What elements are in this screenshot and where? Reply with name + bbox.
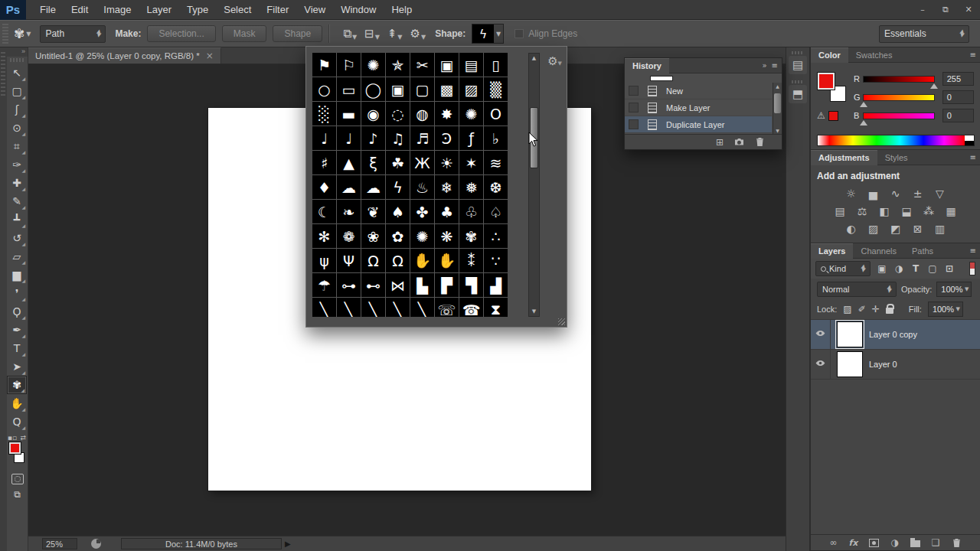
lock-position-icon[interactable]: ✛	[872, 304, 880, 315]
shape-half-note[interactable]: ♩	[312, 126, 336, 150]
shape-pennant-flag[interactable]: ⚑	[312, 53, 336, 77]
shape-telephone-outline[interactable]: ☏	[435, 298, 459, 317]
shape-snowflake-2[interactable]: ❅	[459, 175, 483, 199]
gradient-tool[interactable]: ▆◢	[7, 266, 27, 284]
layer-filter-select[interactable]: Kind ▲▼	[815, 261, 871, 276]
shape-daisy[interactable]: ❋	[435, 224, 459, 248]
menu-item-select[interactable]: Select	[216, 4, 259, 15]
shape-open-hand-1[interactable]: ✋	[410, 249, 434, 272]
path-operations-button[interactable]: ⧉▼	[343, 27, 357, 41]
channel-slider[interactable]	[863, 76, 934, 83]
shape-bass-clef[interactable]: Ͽ	[435, 126, 459, 150]
status-options-arrow[interactable]: ▶	[285, 540, 291, 548]
shape-puzzle-piece-4[interactable]: ▟	[484, 273, 508, 297]
shape-pencil-line-1[interactable]: ╲	[312, 298, 336, 317]
shape-maple-leaf-2[interactable]: ♣	[435, 200, 459, 223]
shape-rectangle-frame[interactable]: ▭	[337, 77, 361, 101]
shape-ivy-leaf[interactable]: ✤	[410, 200, 434, 223]
tab-history[interactable]: History	[625, 58, 669, 73]
tab-adjustments[interactable]: Adjustments	[811, 150, 877, 165]
shape-picker-scrollbar[interactable]: ▲ ▼	[528, 53, 540, 317]
shape-fern[interactable]: ξ	[361, 151, 385, 174]
path-alignment-button[interactable]: ⊟▼	[364, 27, 380, 41]
scroll-down-arrow-icon[interactable]: ▼	[773, 128, 782, 133]
color-lookup-icon[interactable]: ▦	[943, 204, 959, 218]
shape-scissors[interactable]: ✂	[410, 53, 434, 77]
shape-grunge-ring-2[interactable]: ◍	[410, 102, 434, 126]
shape-waving-flag[interactable]: ⚐	[337, 53, 361, 77]
shape-texture-strip[interactable]: ░	[312, 102, 336, 126]
shape-butterfly[interactable]: Ж	[410, 151, 434, 174]
shape-filmstrip[interactable]: ▤	[459, 53, 483, 77]
shape-five-petal-flower[interactable]: ✿	[386, 224, 410, 248]
black-chip[interactable]	[965, 141, 974, 146]
align-edges-checkbox[interactable]	[514, 29, 524, 38]
menu-item-file[interactable]: File	[32, 4, 64, 15]
rectangular-marquee-tool[interactable]: ▢◢	[7, 82, 27, 100]
shape-sharp[interactable]: ♯	[312, 151, 336, 174]
layer-row[interactable]: Layer 0	[811, 350, 980, 380]
type-tool[interactable]: T◢	[7, 339, 27, 357]
shape-puzzle-piece-1[interactable]: ▙	[410, 273, 434, 297]
default-colors-icon[interactable]: ▪▫	[8, 434, 17, 442]
shape-four-leaf-clover[interactable]: ☘	[386, 151, 410, 174]
shape-sixteenth-note[interactable]: ♬	[410, 126, 434, 150]
shape-pencil-line-3[interactable]: ╲	[361, 298, 385, 317]
shape-waves[interactable]: ≋	[484, 151, 508, 174]
shape-oak-leaf[interactable]: ♧	[459, 200, 483, 223]
quick-selection-tool[interactable]: ⊙◢	[7, 119, 27, 137]
shape-ribbon-award[interactable]: ✯	[386, 53, 410, 77]
menu-item-help[interactable]: Help	[384, 4, 420, 15]
pen-tool[interactable]: ✒◢	[7, 321, 27, 339]
channel-value-field[interactable]: 0	[942, 109, 974, 122]
document-tab[interactable]: Untitled-1 @ 25% (Layer 0 copy, RGB/8) *…	[28, 47, 221, 64]
shape-fire[interactable]: ♨	[410, 175, 434, 199]
swap-colors-icon[interactable]: ⇄	[20, 434, 26, 442]
quick-mask-mode-button[interactable]	[11, 474, 24, 484]
shape-starburst-flower[interactable]: ✺	[410, 224, 434, 248]
shape-snowflake-3[interactable]: ❆	[484, 175, 508, 199]
shape-grunge-frame-1[interactable]: ▩	[435, 77, 459, 101]
document-size-info[interactable]: Doc: 11.4M/0 bytes	[121, 538, 282, 549]
shape-picture-frame[interactable]: ▣	[386, 77, 410, 101]
close-tab-icon[interactable]: ×	[206, 51, 214, 61]
posterize-icon[interactable]: ▨	[866, 221, 881, 236]
shape-idea-sketch[interactable]: ✺	[459, 102, 483, 126]
shape-flat[interactable]: ♭	[484, 126, 508, 150]
shape-maple-leaf-1[interactable]: ❦	[361, 200, 385, 223]
layer-thumbnail[interactable]	[837, 321, 863, 347]
shape-leaf-1[interactable]: ❧	[337, 200, 361, 223]
shape-eighth-note[interactable]: ♪	[361, 126, 385, 150]
slider-handle-icon[interactable]	[860, 102, 867, 107]
history-scrollbar[interactable]: ▲ ▼	[773, 83, 782, 134]
foreground-color-swatch[interactable]	[817, 72, 835, 90]
crop-tool[interactable]: ⌗◢	[7, 137, 27, 155]
levels-icon[interactable]: ▅	[866, 186, 881, 201]
menu-item-layer[interactable]: Layer	[139, 4, 180, 15]
menu-item-type[interactable]: Type	[179, 4, 216, 15]
move-tool[interactable]: ↖◢	[7, 64, 27, 82]
spectrum-gradient[interactable]	[818, 135, 965, 145]
shape-hourglass-ornament[interactable]: ⧗	[484, 298, 508, 317]
tool-preset-picker[interactable]: ✾ ▼	[11, 24, 34, 43]
new-adjustment-layer-button[interactable]: ◑	[890, 537, 898, 548]
zoom-level-field[interactable]: 25%	[42, 538, 77, 549]
shape-scalloped-frame[interactable]: ▢	[410, 77, 434, 101]
threshold-icon[interactable]: ◩	[888, 221, 903, 236]
menu-item-window[interactable]: Window	[333, 4, 384, 15]
shape-grunge-circle-dot[interactable]: ◉	[361, 102, 385, 126]
layer-visibility-toggle[interactable]	[811, 350, 831, 379]
minimize-button[interactable]: –	[911, 2, 934, 18]
layer-style-fx-button[interactable]: fx	[848, 538, 858, 548]
tab-layers[interactable]: Layers	[811, 243, 853, 259]
shape-grunge-frame-2[interactable]: ▨	[459, 77, 483, 101]
scrollbar-thumb[interactable]	[774, 93, 781, 113]
tab-styles[interactable]: Styles	[877, 150, 916, 165]
screen-mode-button[interactable]: ⧉	[7, 489, 28, 500]
collapsed-panel-info[interactable]: ⬒	[789, 85, 807, 103]
channel-value-field[interactable]: 255	[942, 72, 974, 86]
shape-crescent-moon[interactable]: ☾	[312, 200, 336, 223]
shape-key-outline[interactable]: ⊶	[337, 273, 361, 297]
collapse-panel-icon[interactable]: »	[762, 61, 766, 70]
tab-paths[interactable]: Paths	[904, 243, 941, 259]
